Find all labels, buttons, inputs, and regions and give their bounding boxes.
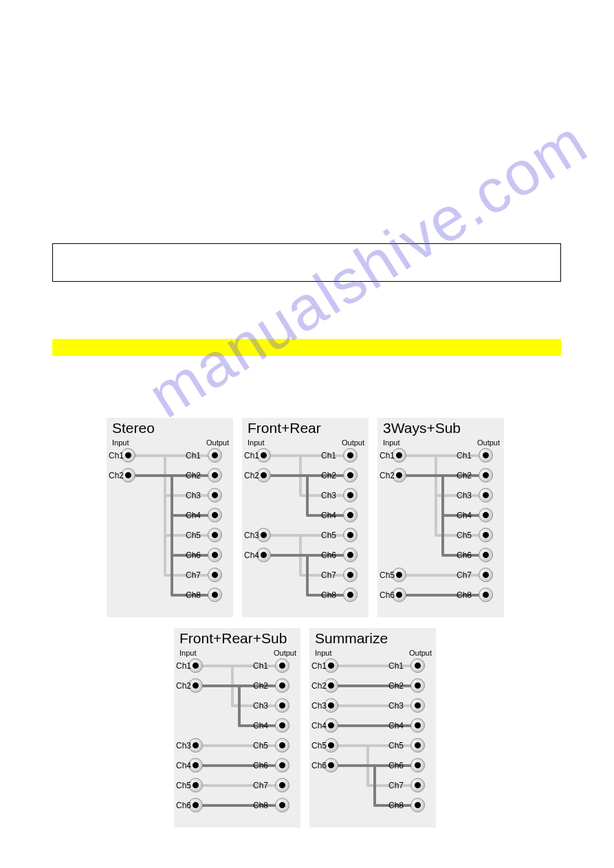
output-jack <box>343 488 358 502</box>
input-label: Ch2 <box>311 681 327 691</box>
input-label: Ch2 <box>244 471 259 480</box>
output-jack <box>410 738 425 753</box>
input-label: Ch6 <box>380 590 395 600</box>
output-jack <box>479 448 493 463</box>
yellow-highlight-bar <box>52 339 561 356</box>
output-jack <box>479 588 493 602</box>
output-jack <box>208 448 222 463</box>
output-label: Ch8 <box>388 801 404 810</box>
output-label: Ch1 <box>457 451 472 460</box>
output-jack <box>410 678 425 693</box>
output-label: Ch2 <box>186 471 201 480</box>
diagram-stereo: StereoInputOutputCh1Ch2Ch3Ch4Ch5Ch6Ch7Ch… <box>107 418 233 617</box>
input-label: Ch2 <box>109 471 124 480</box>
output-jack <box>208 488 222 502</box>
input-label: Ch4 <box>311 721 327 731</box>
output-jack <box>479 568 493 582</box>
output-label: Ch1 <box>388 661 404 671</box>
output-label: Ch7 <box>186 570 201 580</box>
output-jack <box>275 698 289 713</box>
output-label: Ch7 <box>388 781 404 790</box>
output-label: Ch5 <box>186 531 201 540</box>
output-jack <box>208 508 222 522</box>
output-jack <box>275 658 289 673</box>
output-jack <box>479 508 493 522</box>
output-jack <box>410 718 425 733</box>
output-label: Ch8 <box>457 590 472 600</box>
output-jack <box>208 528 222 542</box>
output-label: Ch5 <box>321 531 336 540</box>
output-jack <box>275 778 289 792</box>
output-label: Ch6 <box>388 761 404 770</box>
output-jack <box>208 568 222 582</box>
output-label: Ch4 <box>253 721 268 731</box>
output-jack <box>208 548 222 562</box>
input-label: Ch3 <box>176 741 191 750</box>
diagram-summarize: SummarizeInputOutputCh1Ch2Ch3Ch4Ch5Ch6Ch… <box>309 628 436 827</box>
input-label: Ch2 <box>176 681 191 691</box>
output-label: Ch2 <box>321 471 336 480</box>
output-label: Ch2 <box>388 681 404 691</box>
output-jack <box>410 658 425 673</box>
input-label: Ch6 <box>176 801 191 810</box>
output-label: Ch1 <box>321 451 336 460</box>
output-label: Ch3 <box>388 701 404 711</box>
output-label: Ch8 <box>321 590 336 600</box>
diagram-front-rear-sub: Front+Rear+SubInputOutputCh1Ch2Ch3Ch4Ch5… <box>174 628 300 827</box>
output-label: Ch3 <box>253 701 268 711</box>
output-label: Ch3 <box>321 491 336 500</box>
input-label: Ch5 <box>311 741 327 750</box>
output-jack <box>343 448 358 463</box>
output-jack <box>343 528 358 542</box>
output-label: Ch6 <box>186 550 201 560</box>
input-label: Ch1 <box>244 451 259 460</box>
output-jack <box>410 798 425 812</box>
input-label: Ch2 <box>380 471 395 480</box>
output-jack <box>208 468 222 482</box>
output-label: Ch7 <box>253 781 268 790</box>
input-label: Ch1 <box>311 661 327 671</box>
output-jack <box>275 758 289 772</box>
input-label: Ch3 <box>311 701 327 711</box>
output-jack <box>479 488 493 502</box>
output-jack <box>275 798 289 812</box>
input-label: Ch3 <box>244 531 259 540</box>
output-label: Ch6 <box>253 761 268 770</box>
input-label: Ch1 <box>176 661 191 671</box>
output-jack <box>410 758 425 772</box>
output-jack <box>275 738 289 753</box>
diagram-3ways-sub: 3Ways+SubInputOutputCh1Ch2Ch3Ch4Ch5Ch6Ch… <box>377 418 504 617</box>
output-label: Ch3 <box>457 491 472 500</box>
output-jack <box>208 588 222 602</box>
output-jack <box>275 678 289 693</box>
outlined-box <box>52 243 561 282</box>
output-label: Ch5 <box>388 741 404 750</box>
output-label: Ch7 <box>457 570 472 580</box>
output-label: Ch2 <box>457 471 472 480</box>
input-label: Ch1 <box>380 451 395 460</box>
input-label: Ch4 <box>244 550 259 560</box>
diagram-front-rear: Front+RearInputOutputCh1Ch2Ch3Ch4Ch5Ch6C… <box>242 418 369 617</box>
input-label: Ch4 <box>176 761 191 770</box>
output-label: Ch4 <box>186 511 201 520</box>
output-jack <box>343 508 358 522</box>
output-jack <box>343 568 358 582</box>
output-jack <box>343 468 358 482</box>
output-jack <box>410 698 425 713</box>
output-label: Ch7 <box>321 570 336 580</box>
output-jack <box>410 778 425 792</box>
output-jack <box>479 468 493 482</box>
output-jack <box>479 548 493 562</box>
output-label: Ch8 <box>253 801 268 810</box>
output-label: Ch5 <box>253 741 268 750</box>
input-label: Ch1 <box>109 451 124 460</box>
output-label: Ch4 <box>321 511 336 520</box>
output-label: Ch3 <box>186 491 201 500</box>
input-label: Ch6 <box>311 761 327 770</box>
output-label: Ch5 <box>457 531 472 540</box>
output-label: Ch6 <box>321 550 336 560</box>
output-label: Ch4 <box>388 721 404 731</box>
output-label: Ch1 <box>186 451 201 460</box>
output-jack <box>343 588 358 602</box>
input-label: Ch5 <box>380 570 395 580</box>
